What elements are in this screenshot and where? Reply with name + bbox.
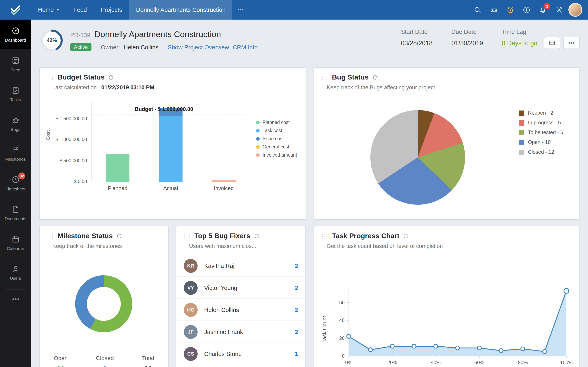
legend-item-invoiced-amount[interactable]: Invoiced amount (256, 152, 297, 157)
data-point[interactable] (477, 346, 481, 350)
bug-fixer-row[interactable]: CSCharles Stone1 (176, 342, 305, 365)
legend-item-general-cost[interactable]: General cost (256, 144, 297, 149)
sidebar-more[interactable] (6, 289, 25, 308)
bug-fixer-row[interactable]: KRKavitha Raj2 (176, 255, 305, 276)
email-button[interactable] (544, 37, 560, 49)
data-point[interactable] (369, 348, 372, 352)
nav-item-donnelly-apartments-construction[interactable]: Donnelly Apartments Construction (129, 0, 232, 20)
sidebar-item-documents[interactable]: Documents (0, 198, 31, 228)
refresh-icon[interactable] (108, 75, 114, 80)
milestone-total-total: Total19 (142, 355, 154, 367)
add-icon[interactable] (519, 3, 533, 17)
zoho-projects-logo[interactable] (0, 0, 31, 20)
milestone-donut[interactable] (75, 275, 132, 332)
x-axis-line (91, 182, 250, 182)
sidebar-item-tasks[interactable]: Tasks (0, 79, 31, 109)
nav-item-feed[interactable]: Feed (66, 0, 94, 20)
refresh-icon[interactable] (116, 233, 122, 239)
data-point[interactable] (521, 347, 525, 351)
nav-more-icon[interactable] (233, 0, 249, 20)
sidebar-item-label: Documents (5, 216, 26, 221)
drag-handle-icon[interactable]: ⋮⋮ (45, 75, 54, 81)
bug-status-pie[interactable] (370, 110, 465, 205)
legend-item-in-progress[interactable]: In progress - 5 (519, 120, 563, 125)
milestones-icon (11, 146, 20, 154)
legend-item-issue-cost[interactable]: Issue cost (256, 136, 297, 141)
drag-handle-icon[interactable]: ⋮⋮ (182, 233, 191, 239)
crm-info-link[interactable]: CRM Info (233, 44, 258, 50)
refresh-icon[interactable] (372, 75, 378, 80)
legend-color-dot (256, 129, 260, 132)
bug-fixer-row[interactable]: JFJasmine Frank2 (176, 320, 305, 342)
refresh-icon[interactable] (254, 233, 259, 239)
more-actions-button[interactable]: ••• (563, 37, 580, 49)
fixer-name: Helen Collins (204, 307, 239, 313)
sidebar-item-users[interactable]: Users (0, 258, 31, 287)
tools-icon[interactable] (552, 3, 566, 17)
legend-item-open[interactable]: Open - 10 (519, 140, 563, 145)
sidebar-item-bugs[interactable]: Bugs (0, 109, 31, 139)
data-point[interactable] (390, 344, 394, 348)
fixers-card-title: Top 5 Bug Fixers (194, 232, 250, 240)
y-axis-tick-label: $ 0.00 (43, 179, 87, 184)
data-point[interactable] (347, 334, 351, 338)
milestone-status-card: ⋮⋮ Milestone Status Keep track of the mi… (39, 226, 169, 367)
main-content: 42% PR-139 Donnelly Apartments Construct… (31, 20, 588, 367)
show-project-overview-link[interactable]: Show Project Overview (168, 44, 229, 50)
budget-bar-chart: Cost$ 0.00$ 500,000.00$ 1,000,000.00$ 1,… (43, 95, 303, 205)
data-point[interactable] (543, 350, 546, 354)
legend-label: To be tested - 6 (528, 130, 563, 135)
left-sidebar: DashboardFeedTasksBugsMilestonesTimeshee… (0, 20, 31, 367)
refresh-icon[interactable] (403, 233, 409, 239)
legend-item-planned-cost[interactable]: Planned cost (256, 120, 297, 125)
legend-label: Reopen - 2 (528, 110, 553, 116)
legend-color-swatch (519, 110, 524, 116)
data-point[interactable] (499, 349, 503, 352)
owner-name[interactable]: Helen Collins (123, 44, 158, 50)
sidebar-item-label: Bugs (11, 127, 20, 132)
legend-item-reopen[interactable]: Reopen - 2 (519, 110, 563, 116)
avatar-icon[interactable] (568, 3, 582, 17)
sidebar-item-feed[interactable]: Feed (0, 49, 31, 79)
data-point[interactable] (456, 346, 459, 350)
sidebar-item-timesheet[interactable]: Timesheet32 (0, 168, 31, 198)
games-icon[interactable] (487, 3, 501, 17)
bug-fixers-list: KRKavitha Raj2VYVictor Young2HCHelen Col… (176, 255, 305, 365)
logo-icon (9, 3, 22, 16)
sidebar-item-calendar[interactable]: Calendar (0, 228, 31, 258)
drag-handle-icon[interactable]: ⋮⋮ (45, 233, 54, 239)
legend-label: In progress - 5 (528, 120, 561, 125)
budget-target-line (91, 114, 250, 115)
data-point[interactable] (434, 344, 438, 348)
data-point[interactable] (564, 289, 569, 293)
sidebar-item-milestones[interactable]: Milestones (0, 139, 31, 168)
bug-fixer-row[interactable]: HCHelen Collins2 (176, 299, 305, 320)
budget-bar-task-cost (159, 116, 182, 182)
project-header: 42% PR-139 Donnelly Apartments Construct… (31, 20, 588, 68)
legend-item-closed[interactable]: Closed - 12 (519, 149, 563, 155)
sidebar-item-dashboard[interactable]: Dashboard (0, 20, 31, 49)
budget-last-calculated: 01/22/2019 03:10 PM (101, 84, 154, 91)
search-icon[interactable] (470, 3, 484, 17)
reminders-icon[interactable] (503, 3, 517, 17)
milestone-totals: Open11Closed8Total19 (40, 355, 168, 367)
project-code: PR-139 (70, 32, 90, 38)
nav-item-home[interactable]: Home (31, 0, 66, 20)
nav-item-projects[interactable]: Projects (94, 0, 129, 20)
svg-text:20%: 20% (387, 360, 397, 365)
notifications-icon[interactable]: 3 (536, 3, 550, 17)
task-progress-card: ⋮⋮ Task Progress Chart Get the task coun… (314, 226, 580, 367)
legend-label: Task cost (263, 128, 282, 133)
legend-item-to-be-tested[interactable]: To be tested - 6 (519, 130, 563, 135)
drag-handle-icon[interactable]: ⋮⋮ (320, 233, 329, 239)
bug-fixer-row[interactable]: VYVictor Young2 (176, 276, 305, 299)
project-title-block: PR-139 Donnelly Apartments Construction … (70, 29, 258, 51)
drag-handle-icon[interactable]: ⋮⋮ (320, 75, 329, 81)
data-point[interactable] (412, 344, 416, 348)
app-viewport: HomeFeedProjectsDonnelly Apartments Cons… (0, 0, 588, 367)
dot-separator: · (162, 44, 164, 50)
bugs-icon (11, 116, 20, 124)
sidebar-item-label: Users (10, 276, 21, 281)
avatar: VY (184, 281, 198, 295)
legend-item-task-cost[interactable]: Task cost (256, 128, 297, 133)
